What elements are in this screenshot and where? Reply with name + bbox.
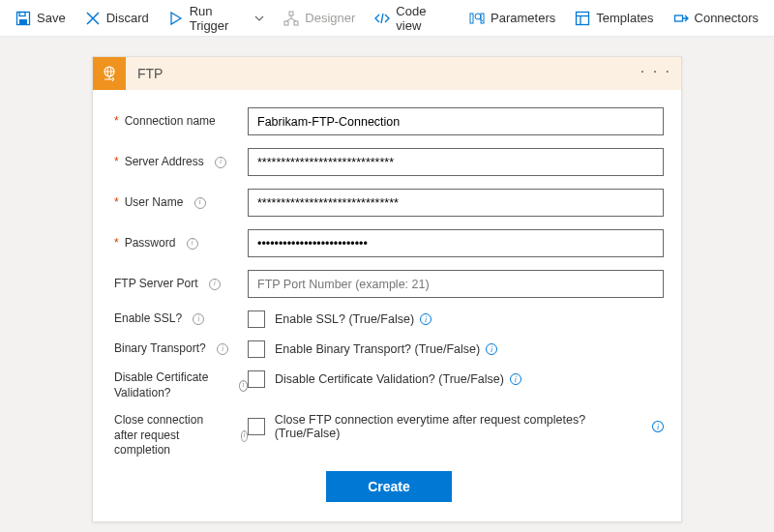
- info-icon[interactable]: i: [486, 343, 497, 355]
- connectors-button[interactable]: Connectors: [666, 7, 766, 30]
- ftp-icon: [93, 57, 126, 90]
- disable-cert-label: Disable Certificate Validation? i: [114, 370, 248, 400]
- parameters-button[interactable]: Parameters: [461, 7, 563, 30]
- designer-button: Designer: [276, 7, 363, 30]
- save-label: Save: [37, 11, 66, 25]
- templates-button[interactable]: Templates: [567, 7, 661, 30]
- create-button[interactable]: Create: [326, 471, 452, 502]
- svg-rect-8: [481, 14, 484, 23]
- ftp-connector-card: FTP · · · *Connection name *Server Addre…: [92, 56, 682, 522]
- card-more-button[interactable]: · · ·: [640, 63, 671, 80]
- designer-canvas: FTP · · · *Connection name *Server Addre…: [0, 37, 774, 532]
- card-body: *Connection name *Server Address i *User…: [93, 90, 681, 521]
- card-header[interactable]: FTP · · ·: [93, 57, 681, 90]
- enable-ssl-checkbox[interactable]: [248, 310, 265, 328]
- enable-ssl-chk-label: Enable SSL? (True/False)i: [275, 312, 432, 326]
- save-icon: [15, 11, 31, 26]
- svg-rect-3: [289, 12, 293, 15]
- svg-rect-4: [284, 21, 288, 25]
- close-conn-label: Close connection after request completio…: [114, 413, 248, 458]
- connection-name-label: *Connection name: [114, 114, 248, 130]
- disable-cert-checkbox[interactable]: [248, 370, 265, 388]
- binary-chk-label: Enable Binary Transport? (True/False)i: [275, 342, 497, 356]
- discard-icon: [85, 11, 101, 26]
- play-icon: [168, 11, 184, 26]
- templates-icon: [575, 11, 590, 26]
- templates-label: Templates: [596, 11, 653, 25]
- designer-label: Designer: [305, 11, 355, 25]
- binary-label: Binary Transport? i: [114, 341, 248, 357]
- binary-checkbox[interactable]: [248, 340, 265, 358]
- enable-ssl-label: Enable SSL? i: [114, 311, 248, 327]
- close-conn-checkbox[interactable]: [248, 418, 265, 435]
- disable-cert-chk-label: Disable Certificate Validation? (True/Fa…: [275, 372, 521, 386]
- close-conn-chk-label: Close FTP connection everytime after req…: [275, 413, 664, 440]
- connection-name-input[interactable]: [248, 107, 664, 135]
- info-icon[interactable]: i: [241, 430, 248, 442]
- info-icon[interactable]: i: [217, 343, 228, 355]
- server-address-input[interactable]: [248, 148, 664, 176]
- port-label: FTP Server Port i: [114, 277, 248, 292]
- parameters-icon: [469, 11, 485, 26]
- user-name-label: *User Name i: [114, 195, 248, 211]
- discard-label: Discard: [106, 11, 149, 25]
- command-bar: Save Discard Run Trigger Designer Code v…: [0, 0, 774, 37]
- svg-rect-5: [294, 21, 298, 25]
- info-icon[interactable]: i: [194, 197, 206, 209]
- info-icon[interactable]: i: [209, 279, 221, 290]
- info-icon[interactable]: i: [187, 238, 198, 250]
- password-input[interactable]: [248, 229, 664, 257]
- info-icon[interactable]: i: [510, 373, 521, 385]
- svg-rect-12: [674, 15, 682, 21]
- svg-rect-9: [577, 12, 589, 24]
- svg-rect-6: [470, 14, 473, 23]
- connectors-icon: [673, 11, 689, 26]
- chevron-down-icon: [254, 14, 264, 23]
- card-title: FTP: [137, 66, 163, 81]
- svg-rect-2: [19, 19, 27, 25]
- save-button[interactable]: Save: [8, 7, 74, 30]
- svg-rect-1: [19, 12, 25, 15]
- info-icon[interactable]: i: [652, 421, 664, 432]
- discard-button[interactable]: Discard: [77, 7, 157, 30]
- port-input[interactable]: [248, 270, 664, 298]
- info-icon[interactable]: i: [239, 380, 248, 392]
- info-icon[interactable]: i: [420, 313, 432, 325]
- run-trigger-label: Run Trigger: [190, 4, 250, 33]
- designer-icon: [283, 11, 299, 26]
- parameters-label: Parameters: [491, 11, 555, 25]
- code-view-label: Code view: [396, 4, 450, 33]
- code-icon: [374, 11, 390, 26]
- password-label: *Password i: [114, 236, 248, 251]
- connectors-label: Connectors: [695, 11, 759, 25]
- code-view-button[interactable]: Code view: [367, 0, 458, 37]
- info-icon[interactable]: i: [215, 157, 226, 168]
- run-trigger-button[interactable]: Run Trigger: [161, 0, 273, 37]
- server-address-label: *Server Address i: [114, 155, 248, 170]
- user-name-input[interactable]: [248, 189, 664, 217]
- info-icon[interactable]: i: [193, 313, 204, 325]
